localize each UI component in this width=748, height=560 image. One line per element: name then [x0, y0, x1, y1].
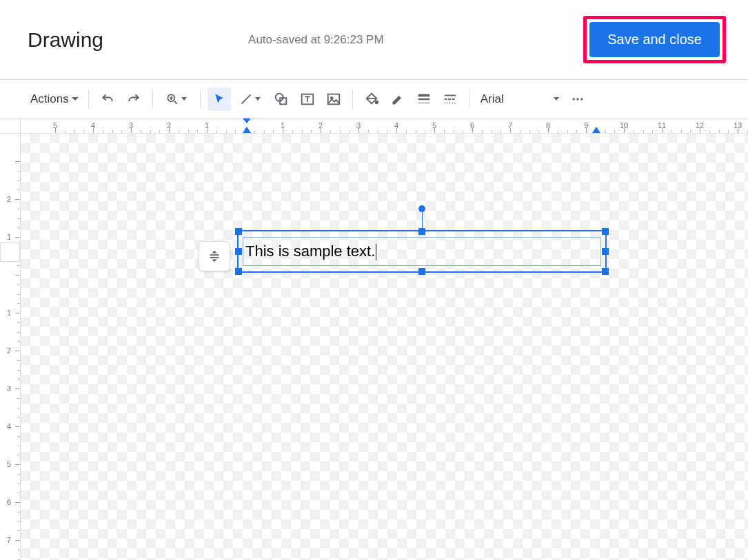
text-cursor: [376, 244, 376, 260]
actions-menu-button[interactable]: Actions: [26, 87, 83, 111]
line-tool-button[interactable]: [234, 87, 267, 111]
fill-color-button[interactable]: [360, 87, 383, 111]
separator: [352, 90, 353, 109]
resize-handle-top-left[interactable]: [235, 228, 242, 235]
indent-left-marker[interactable]: [243, 127, 251, 133]
separator: [200, 90, 201, 109]
svg-rect-21: [210, 257, 219, 258]
border-weight-icon: [416, 92, 432, 107]
font-name-label: Arial: [481, 92, 552, 106]
dropdown-caret-icon: [72, 97, 79, 101]
resize-handle-mid-left[interactable]: [235, 248, 242, 255]
vertical-ruler[interactable]: 2112345678: [0, 134, 21, 560]
text-fit-popup[interactable]: [199, 241, 230, 271]
separator: [469, 90, 469, 109]
svg-rect-20: [210, 254, 219, 256]
undo-button[interactable]: [96, 87, 119, 111]
shape-tool-button[interactable]: [270, 87, 293, 111]
undo-icon: [101, 92, 114, 106]
image-tool-button[interactable]: [322, 87, 345, 111]
drawing-canvas[interactable]: This is sample text.: [21, 134, 748, 560]
horizontal-ruler[interactable]: 5432112345678910111213: [21, 118, 748, 134]
textbox-selection[interactable]: This is sample text.: [237, 230, 607, 273]
dropdown-caret-icon: [554, 97, 559, 101]
save-button-highlight: Save and close: [583, 16, 726, 63]
textbox-text[interactable]: This is sample text.: [245, 242, 376, 260]
redo-icon: [127, 92, 141, 106]
shape-icon: [274, 92, 289, 107]
textbox-tool-button[interactable]: [296, 87, 319, 111]
border-color-button[interactable]: [386, 87, 410, 111]
svg-point-18: [576, 98, 578, 100]
resize-handle-mid-right[interactable]: [602, 248, 609, 255]
more-options-button[interactable]: [566, 87, 589, 111]
line-icon: [239, 92, 253, 106]
image-icon: [326, 92, 341, 107]
resize-handle-bottom-right[interactable]: [602, 268, 609, 275]
paint-bucket-icon: [364, 92, 379, 107]
resize-handle-bottom-left[interactable]: [235, 268, 242, 275]
ruler-label: 1: [7, 309, 11, 317]
redo-button[interactable]: [122, 87, 145, 111]
zoom-button[interactable]: [160, 87, 193, 111]
font-picker[interactable]: Arial: [475, 87, 565, 111]
vertical-margin-indicator: [0, 242, 20, 262]
resize-handle-top-right[interactable]: [602, 228, 609, 235]
dialog-header: Drawing Auto-saved at 9:26:23 PM Save an…: [0, 0, 748, 79]
ruler-label: 2: [7, 346, 11, 355]
svg-point-10: [375, 101, 378, 103]
svg-point-19: [580, 98, 583, 100]
resize-handle-mid-top[interactable]: [418, 228, 425, 235]
workspace: 5432112345678910111213 2112345678 This i…: [0, 118, 748, 560]
actions-label: Actions: [30, 92, 69, 106]
svg-rect-8: [328, 94, 340, 104]
border-dash-button[interactable]: [438, 87, 462, 111]
dialog-title: Drawing: [28, 28, 103, 52]
ruler-label: 5: [7, 460, 11, 468]
ruler-corner: [0, 118, 21, 134]
svg-point-17: [572, 98, 574, 100]
ruler-label: 1: [7, 233, 11, 241]
rotate-handle[interactable]: [418, 205, 425, 212]
ruler-label: 2: [7, 195, 11, 203]
ruler-label: 4: [7, 422, 11, 431]
separator: [88, 90, 89, 109]
textbox-icon: [300, 92, 315, 107]
svg-line-4: [242, 94, 251, 103]
pencil-icon: [391, 92, 405, 106]
ruler-label: 7: [7, 536, 11, 544]
dropdown-caret-icon: [255, 97, 261, 101]
border-dash-icon: [443, 92, 458, 107]
indent-right-marker[interactable]: [592, 127, 600, 133]
cursor-icon: [212, 92, 226, 106]
ruler-label: 6: [7, 498, 11, 506]
separator: [152, 90, 153, 109]
border-weight-button[interactable]: [412, 87, 436, 111]
autosave-status: Auto-saved at 9:26:23 PM: [248, 33, 384, 47]
select-tool-button[interactable]: [208, 87, 231, 111]
rotate-connector: [422, 212, 423, 229]
svg-line-1: [174, 101, 177, 103]
zoom-icon: [165, 92, 179, 106]
first-line-indent-marker[interactable]: [243, 118, 251, 123]
resize-handle-mid-bottom[interactable]: [418, 268, 425, 275]
text-fit-icon: [207, 249, 222, 264]
more-icon: [571, 92, 585, 106]
save-and-close-button[interactable]: Save and close: [589, 22, 720, 57]
textbox-content: This is sample text.: [245, 242, 375, 260]
toolbar: Actions Arial: [0, 80, 748, 118]
ruler-label: 3: [7, 384, 11, 393]
dropdown-caret-icon: [181, 97, 187, 101]
